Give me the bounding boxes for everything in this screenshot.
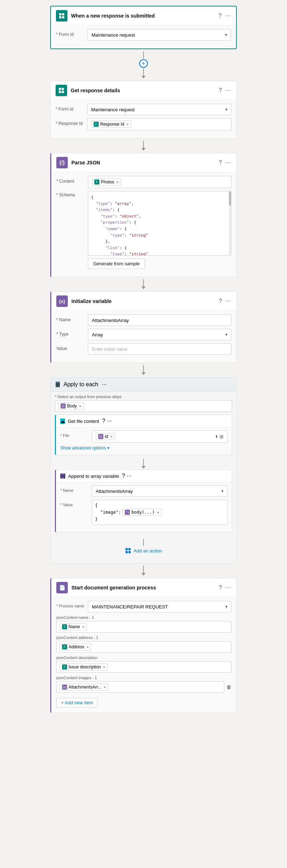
json-content-images-label: jsonContent images - 1 — [56, 676, 231, 680]
init-variable-type-input[interactable]: Array ▾ — [88, 329, 231, 340]
body-func-tag-text: body(...) — [131, 510, 155, 515]
get-response-form-id-row: * Form Id Maintenance request ▾ — [56, 104, 231, 115]
connector-line-1 — [143, 51, 144, 59]
schema-line-8: }, — [91, 238, 228, 245]
schema-editor[interactable]: { "type": "array", "items": { "type": "o… — [88, 191, 231, 256]
body-func-tag-close[interactable]: × — [157, 510, 159, 515]
append-array-dots-icon[interactable]: ··· — [127, 473, 131, 479]
init-variable-header: {x} Initialize variable ? ··· — [51, 292, 236, 311]
id-tag-close[interactable]: × — [110, 434, 112, 439]
append-array-value-label: * Value — [60, 500, 89, 507]
issue-tag-close[interactable]: × — [103, 665, 105, 669]
doc-gen-process-input[interactable]: MAINTENANCE/REPAIR REQUEST ▾ — [88, 601, 231, 612]
init-variable-value-label: Value — [56, 343, 85, 351]
get-file-content-icon: ☁ — [60, 419, 65, 424]
get-file-content-title: Get file content — [68, 419, 99, 424]
svg-rect-11 — [128, 551, 131, 553]
get-file-content-question-icon[interactable]: ? — [102, 418, 105, 424]
init-variable-body: * Name AttachmentsArray * Type Array ▾ V… — [51, 311, 236, 363]
add-action-row: Add an action — [55, 535, 232, 559]
init-variable-value-input[interactable]: Enter initial value — [88, 343, 231, 355]
init-variable-name-row: * Name AttachmentsArray — [56, 314, 231, 326]
init-variable-dots-icon[interactable]: ··· — [226, 298, 231, 304]
connector-1: + — [139, 49, 148, 81]
append-array-name-input[interactable]: AttachmentsArray ▾ — [92, 485, 227, 497]
add-action-button[interactable]: Add an action — [121, 546, 166, 555]
svg-rect-3 — [62, 16, 64, 18]
parse-json-dots-icon[interactable]: ··· — [226, 159, 231, 166]
parse-json-header: {/} Parse JSON ? ··· — [51, 153, 236, 172]
attachments-tag-close[interactable]: × — [104, 685, 106, 689]
append-array-value-input[interactable]: { "image": fx body(...) × } — [92, 500, 227, 525]
apply-each-dots-icon[interactable]: ··· — [102, 381, 107, 387]
svg-rect-10 — [126, 551, 128, 553]
schema-scrollbar[interactable] — [229, 191, 231, 255]
init-variable-card: {x} Initialize variable ? ··· * Name Att… — [50, 291, 237, 363]
schema-line-5: "properties": { — [91, 219, 228, 226]
svg-rect-9 — [128, 548, 131, 550]
response-id-tag-close[interactable]: × — [126, 122, 128, 126]
get-file-content-body: * File {/} id × ⬆ ⊞ — [56, 427, 232, 455]
generate-from-sample-button[interactable]: Generate from sample — [88, 258, 145, 269]
get-response-card: Get response details ? ··· * Form Id Mai… — [50, 81, 237, 139]
get-file-content-dots-icon[interactable]: ··· — [107, 418, 112, 424]
get-response-id-label: * Response Id — [56, 118, 84, 126]
trigger-form-id-input[interactable]: Maintenance request ▾ — [88, 29, 231, 41]
show-advanced-options-button[interactable]: Show advanced options ▾ — [60, 445, 227, 451]
attachments-tag: {x} AttachmentsArr... × — [60, 683, 108, 691]
get-file-content-file-input[interactable]: {/} id × ⬆ ⊞ — [92, 430, 227, 443]
inner-connector — [55, 458, 232, 470]
connector-arrow-3 — [141, 286, 146, 289]
svg-rect-7 — [62, 91, 64, 93]
json-content-description-input[interactable]: F Issue description × — [56, 661, 231, 673]
append-array-question-icon[interactable]: ? — [122, 473, 125, 479]
parse-json-body: * Content F Photos × * Schema { "type": … — [51, 172, 236, 277]
init-variable-type-value: Array — [92, 332, 103, 337]
file-grid-icon[interactable]: ⊞ — [220, 434, 224, 439]
parse-json-question-icon[interactable]: ? — [219, 159, 222, 166]
trigger-form-id-chevron: ▾ — [225, 32, 227, 37]
get-response-dots-icon[interactable]: ··· — [226, 87, 231, 94]
doc-gen-dots-icon[interactable]: ··· — [226, 584, 231, 591]
get-response-question-icon[interactable]: ? — [219, 87, 222, 94]
connector-line-4 — [143, 365, 144, 372]
init-variable-question-icon[interactable]: ? — [219, 298, 222, 304]
address-tag-close[interactable]: × — [86, 645, 89, 649]
json-content-description-label: jsonContent description — [56, 655, 231, 660]
parse-json-content-input[interactable]: F Photos × — [88, 176, 231, 188]
name-tag-close[interactable]: × — [82, 625, 84, 629]
doc-gen-question-icon[interactable]: ? — [219, 584, 222, 591]
json-content-address-input[interactable]: F Address × — [56, 641, 231, 653]
trigger-card-header: When a new response is submitted ? ··· — [51, 6, 236, 25]
svg-rect-6 — [59, 91, 61, 93]
trigger-dots-icon[interactable]: ··· — [225, 13, 231, 19]
response-id-tag: F Response Id × — [91, 121, 131, 128]
id-tag-text: id — [105, 434, 108, 439]
doc-gen-actions: ? ··· — [219, 584, 231, 591]
get-response-chevron: ▾ — [225, 107, 227, 112]
json-content-name-input[interactable]: F Name × — [56, 621, 231, 633]
trigger-form-id-row: * Form Id Maintenance request ▾ — [56, 29, 231, 41]
append-array-actions: ? ··· — [122, 473, 132, 479]
trigger-question-icon[interactable]: ? — [218, 13, 222, 19]
json-content-images-input[interactable]: {x} AttachmentsArr... × — [56, 681, 224, 693]
connector-arrow-5 — [141, 573, 146, 576]
file-up-icon[interactable]: ⬆ — [215, 434, 218, 439]
apply-each-header: ⊞ Apply to each ··· — [51, 378, 236, 391]
get-response-form-id-input[interactable]: Maintenance request ▾ — [87, 104, 231, 115]
add-step-button-1[interactable]: + — [139, 59, 148, 68]
body-tag-close[interactable]: × — [79, 404, 81, 408]
json-content-images-row: jsonContent images - 1 {x} AttachmentsAr… — [56, 676, 231, 693]
init-variable-actions: ? ··· — [219, 298, 231, 304]
init-variable-name-input[interactable]: AttachmentsArray — [88, 314, 231, 326]
response-id-tag-text: Response Id — [100, 122, 124, 127]
doc-gen-process-row: * Process name MAINTENANCE/REPAIR REQUES… — [56, 601, 231, 612]
select-output-input[interactable]: {/} Body × — [55, 400, 232, 412]
address-tag-text: Address — [69, 644, 84, 649]
apply-each-actions: ··· — [102, 381, 107, 388]
photos-tag-close[interactable]: × — [116, 180, 118, 184]
json-content-images-trash-icon[interactable]: 🗑 — [226, 684, 231, 690]
show-advanced-chevron: ▾ — [107, 445, 109, 451]
add-new-item-button[interactable]: + Add new item — [56, 698, 98, 708]
get-response-id-input[interactable]: F Response Id × — [87, 118, 231, 130]
